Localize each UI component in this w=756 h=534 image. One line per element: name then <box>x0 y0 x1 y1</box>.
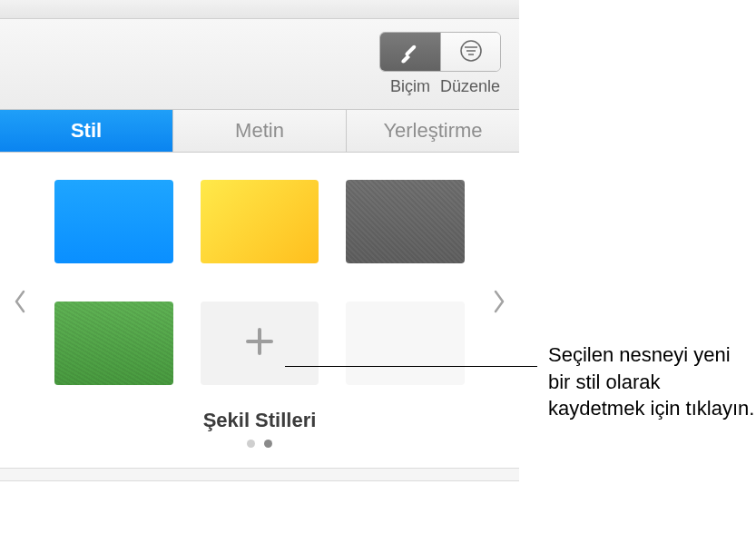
format-arrange-segment <box>379 32 501 72</box>
style-swatch-grid <box>54 180 465 385</box>
callout-text: Seçilen nesneyi yeni bir stil olarak kay… <box>548 341 756 422</box>
styles-next-button[interactable] <box>488 285 510 321</box>
section-divider <box>0 469 519 481</box>
window-chrome <box>0 0 519 19</box>
arrange-label: Düzenle <box>440 77 500 96</box>
styles-prev-button[interactable] <box>9 285 31 321</box>
format-button[interactable] <box>380 33 440 71</box>
filter-icon <box>458 38 484 66</box>
page-dot-1[interactable] <box>247 440 255 448</box>
chevron-right-icon <box>492 289 506 318</box>
add-style-button[interactable] <box>201 302 319 385</box>
arrange-button[interactable] <box>440 33 500 71</box>
tab-arrange-label: Yerleştirme <box>383 119 482 143</box>
svg-rect-0 <box>405 44 417 55</box>
style-swatch-green[interactable] <box>54 302 173 385</box>
tab-style-label: Stil <box>71 119 102 143</box>
styles-page-dots <box>15 440 505 459</box>
tab-text-label: Metin <box>235 119 284 143</box>
shape-styles-pane: Şekil Stilleri <box>0 153 519 469</box>
format-label: Biçim <box>380 77 440 96</box>
style-swatch-gray[interactable] <box>346 180 465 263</box>
tab-text[interactable]: Metin <box>173 110 347 152</box>
chevron-left-icon <box>13 289 27 318</box>
inspector-tabs: Stil Metin Yerleştirme <box>0 110 519 153</box>
style-swatch-empty[interactable] <box>346 302 465 385</box>
paintbrush-icon <box>397 38 424 66</box>
shape-styles-title: Şekil Stilleri <box>15 409 505 432</box>
toolbar: Biçim Düzenle <box>0 19 519 110</box>
page-dot-2[interactable] <box>264 440 272 448</box>
plus-icon <box>242 324 277 362</box>
callout-line <box>285 366 537 367</box>
tab-arrange[interactable]: Yerleştirme <box>347 110 519 152</box>
tab-style[interactable]: Stil <box>0 110 173 152</box>
style-swatch-blue[interactable] <box>54 180 173 263</box>
style-swatch-yellow[interactable] <box>201 180 319 263</box>
